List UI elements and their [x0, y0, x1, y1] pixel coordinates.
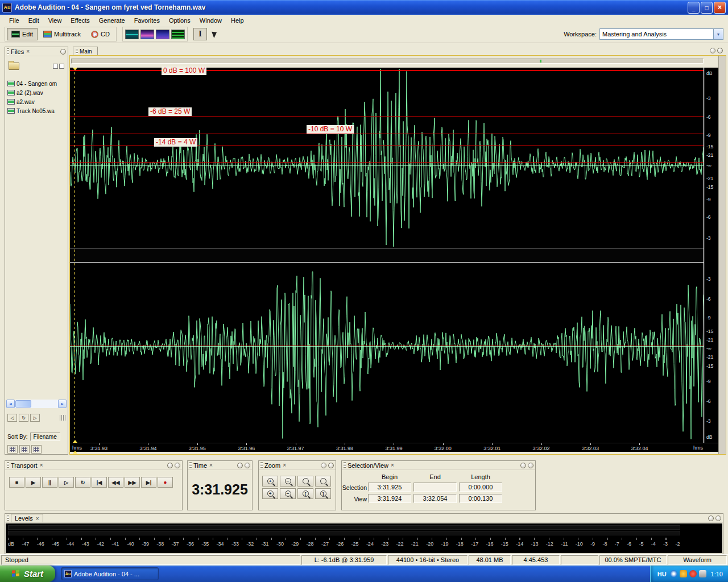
view-begin-field[interactable]: 3:31.924: [368, 494, 411, 503]
view-length-field[interactable]: 0:00.130: [459, 494, 502, 503]
rewind-button[interactable]: ◀◀: [108, 477, 123, 488]
view-end-field[interactable]: 3:32.054: [413, 494, 457, 503]
files-view-icon[interactable]: [59, 64, 64, 69]
scroll-track[interactable]: [15, 400, 58, 408]
timeline-ruler[interactable]: hms3:31.933:31.943:31.953:31.963:31.973:…: [70, 443, 718, 452]
panel-menu-icon[interactable]: [528, 463, 533, 468]
menu-item-options[interactable]: Options: [164, 16, 195, 25]
workspace-dropdown[interactable]: Mastering and Analysis ▼: [599, 28, 723, 40]
panel-flyout-icon[interactable]: [520, 463, 526, 468]
menu-item-generate[interactable]: Generate: [94, 16, 130, 25]
close-button[interactable]: ×: [714, 2, 726, 14]
show-favorites-button[interactable]: [31, 445, 42, 454]
network-tray-icon[interactable]: [670, 570, 677, 577]
menu-item-file[interactable]: File: [5, 16, 24, 25]
session-overview-bar[interactable]: [71, 59, 704, 64]
panel-grip[interactable]: [189, 462, 192, 468]
close-panel-icon[interactable]: ×: [26, 48, 30, 55]
panel-flyout-icon[interactable]: [167, 463, 173, 468]
play-preview-button[interactable]: ▷: [30, 414, 40, 422]
panel-menu-icon[interactable]: [245, 463, 250, 468]
zoom-out-full-button[interactable]: [297, 476, 313, 487]
panel-grip[interactable]: [7, 462, 9, 468]
panel-menu-icon[interactable]: [175, 463, 180, 468]
stop-button[interactable]: ■: [9, 477, 24, 488]
loop-preview-button[interactable]: ↻: [19, 414, 28, 422]
security-tray-icon[interactable]: [689, 570, 697, 577]
updates-tray-icon[interactable]: [680, 570, 687, 577]
panel-grip[interactable]: [344, 462, 346, 468]
time-selection-tool-button[interactable]: I: [193, 28, 207, 40]
minimize-button[interactable]: _: [688, 2, 700, 14]
close-panel-icon[interactable]: ×: [283, 462, 286, 468]
volume-tray-icon[interactable]: [699, 570, 706, 577]
zoom-out-vertical-button[interactable]: −: [280, 488, 296, 499]
sort-by-value[interactable]: Filename: [30, 433, 60, 441]
mute-preview-button[interactable]: ◁: [7, 414, 17, 422]
taskbar-app-button[interactable]: Au Adobe Audition - 04 - ...: [61, 567, 159, 580]
close-panel-icon[interactable]: ×: [40, 462, 43, 468]
go-to-end-button[interactable]: ▶|: [141, 477, 156, 488]
close-panel-icon[interactable]: ×: [391, 462, 394, 468]
panel-grip[interactable]: [7, 515, 9, 521]
panel-grip[interactable]: [260, 462, 263, 468]
show-effects-button[interactable]: [19, 445, 30, 454]
menu-item-help[interactable]: Help: [226, 16, 249, 25]
waveform-display-icon[interactable]: [125, 30, 139, 39]
start-button[interactable]: Start: [0, 566, 55, 582]
restore-button[interactable]: □: [701, 2, 713, 14]
cursor-top-handle[interactable]: [73, 68, 77, 70]
file-list-item[interactable]: 04 - Sangen om: [6, 79, 67, 88]
play-to-end-button[interactable]: ▷: [59, 477, 74, 488]
playback-cursor[interactable]: [75, 68, 75, 443]
panel-flyout-icon[interactable]: [60, 49, 66, 55]
scroll-right-icon[interactable]: ►: [58, 400, 67, 408]
panel-menu-icon[interactable]: [717, 48, 723, 53]
levels-meter[interactable]: dB-47-46-45-44-43-42-41-40-39-38-37-36-3…: [6, 523, 722, 553]
vertical-scrollbar[interactable]: [718, 56, 726, 454]
menu-item-edit[interactable]: Edit: [24, 16, 44, 25]
play-looped-button[interactable]: ↻: [75, 477, 90, 488]
record-button[interactable]: ●: [158, 477, 173, 488]
spectral-pan-icon[interactable]: [156, 30, 169, 39]
scroll-left-icon[interactable]: ◄: [6, 400, 15, 408]
selection-begin-field[interactable]: 3:31.925: [368, 483, 411, 492]
pause-button[interactable]: ||: [42, 477, 57, 488]
play-button[interactable]: ▶: [26, 477, 41, 488]
scrub-tool-button[interactable]: [208, 28, 222, 40]
zoom-out-horizontal-button[interactable]: −: [280, 476, 296, 487]
panel-menu-icon[interactable]: [328, 463, 334, 468]
chevron-down-icon[interactable]: ▼: [713, 29, 723, 39]
file-list-item[interactable]: Track No05.wa: [6, 106, 67, 115]
panel-menu-icon[interactable]: [715, 516, 721, 521]
show-files-button[interactable]: [7, 445, 18, 454]
selection-end-field[interactable]: [413, 483, 457, 492]
spectral-frequency-icon[interactable]: [140, 30, 154, 39]
waveform-display[interactable]: 0 dB = 100 W-6 dB = 25 W-10 dB = 10 W-14…: [70, 68, 704, 443]
file-list-item[interactable]: a2.wav: [6, 97, 67, 106]
files-horizontal-scrollbar[interactable]: ◄ ►: [6, 400, 67, 408]
file-list-item[interactable]: a2 (2).wav: [6, 88, 67, 97]
close-panel-icon[interactable]: ×: [209, 462, 213, 468]
language-indicator[interactable]: HU: [657, 571, 667, 577]
zoom-to-right-edge-button[interactable]: ]: [315, 488, 331, 499]
menu-item-favorites[interactable]: Favorites: [130, 16, 164, 25]
tab-main[interactable]: Main: [73, 47, 98, 55]
files-options-icon[interactable]: [53, 64, 58, 69]
multitrack-view-button[interactable]: Multitrack: [39, 28, 85, 40]
fast-forward-button[interactable]: ▶▶: [125, 477, 140, 488]
panel-flyout-icon[interactable]: [237, 463, 243, 468]
menu-item-window[interactable]: Window: [195, 16, 226, 25]
zoom-in-horizontal-button[interactable]: +: [262, 476, 278, 487]
menu-item-view[interactable]: View: [44, 16, 67, 25]
edit-view-button[interactable]: Edit: [7, 28, 38, 40]
taskbar-clock[interactable]: 1:10: [711, 571, 723, 577]
zoom-in-vertical-button[interactable]: +: [262, 488, 278, 499]
panel-grip[interactable]: [7, 48, 9, 55]
spectral-phase-icon[interactable]: [171, 30, 185, 39]
panel-flyout-icon[interactable]: [321, 463, 326, 468]
close-panel-icon[interactable]: ×: [36, 516, 39, 522]
amplitude-ruler[interactable]: dB-3-6-9-15-21-∞-21-15-9-6-3-3-6-9-15-21…: [704, 68, 718, 443]
selection-length-field[interactable]: 0:00.000: [459, 483, 502, 492]
menu-item-effects[interactable]: Effects: [66, 16, 94, 25]
